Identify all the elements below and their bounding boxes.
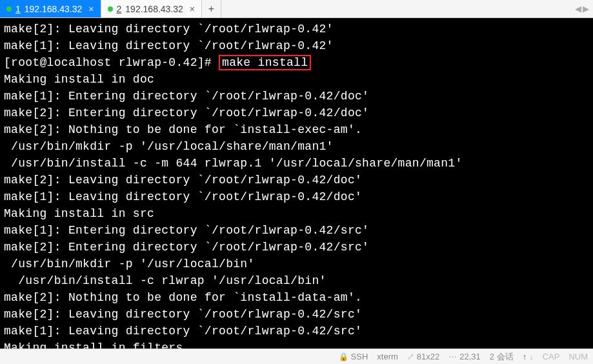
close-icon[interactable]: × [190, 5, 195, 14]
add-tab-button[interactable]: + [202, 0, 221, 17]
resize-icon: ⤢ [407, 352, 414, 361]
status-cap: CAP [543, 352, 560, 361]
tab-nav: ◀ ▶ [571, 0, 593, 17]
tab-number: 1 [15, 4, 21, 14]
tab-label: 192.168.43.32 [25, 4, 83, 14]
highlighted-command: make install [219, 55, 311, 70]
status-num: NUM [568, 352, 588, 361]
status-term-type: xterm [377, 352, 398, 361]
status-position: ⋯ 22,31 [448, 352, 481, 361]
lock-icon: 🔒 [339, 352, 348, 361]
status-dot-icon [108, 6, 113, 12]
status-sessions: 2 会话 [490, 351, 514, 363]
tab-1[interactable]: 1 192.168.43.32 × [0, 0, 101, 17]
tab-bar: 1 192.168.43.32 × 2 192.168.43.32 × + ◀ … [0, 0, 593, 18]
terminal-output[interactable]: make[2]: Leaving directory `/root/rlwrap… [0, 18, 593, 349]
status-size: ⤢ 81x22 [407, 352, 439, 361]
cursor-icon: ⋯ [448, 352, 457, 361]
tab-prev-icon[interactable]: ◀ [575, 4, 581, 14]
status-net: ↑ ↓ [523, 352, 534, 361]
tab-2[interactable]: 2 192.168.43.32 × [101, 0, 203, 17]
download-icon: ↓ [529, 352, 534, 361]
close-icon[interactable]: × [88, 5, 94, 14]
status-dot-icon [6, 6, 12, 12]
tab-label: 192.168.43.32 [125, 4, 183, 14]
status-bar: 🔒 SSH xterm ⤢ 81x22 ⋯ 22,31 2 会话 ↑ ↓ CAP… [0, 349, 593, 364]
upload-icon: ↑ [523, 352, 527, 361]
tab-next-icon[interactable]: ▶ [583, 4, 589, 14]
status-connection: 🔒 SSH [339, 352, 368, 361]
tab-number: 2 [117, 4, 122, 14]
